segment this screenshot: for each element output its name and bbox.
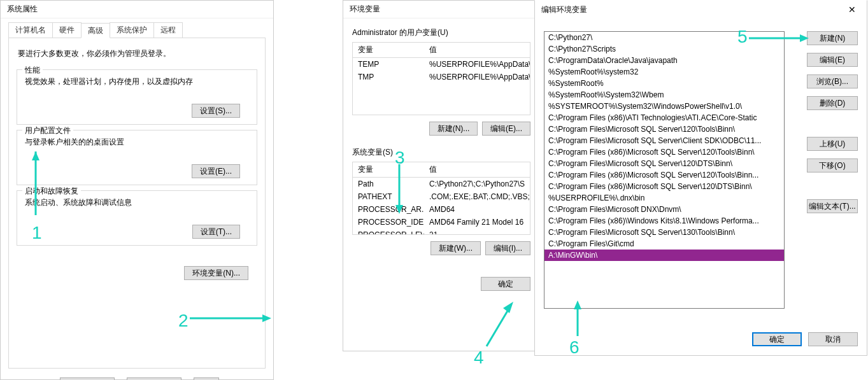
env-dialog: 环境变量 Administrator 的用户变量(U) 变量 值 TEMP%US… [343, 0, 540, 351]
perf-text: 视觉效果，处理器计划，内存使用，以及虚拟内存 [25, 76, 249, 87]
list-item[interactable]: C:\Program Files\Microsoft SQL Server\Cl… [544, 135, 784, 146]
sys-var-list[interactable]: PathC:\Python27\;C:\Python27\SPATHEXT.CO… [352, 178, 530, 235]
list-item[interactable]: %USERPROFILE%\.dnx\bin [544, 192, 784, 204]
perf-settings-button[interactable]: 设置(S)... [192, 104, 240, 118]
list-item[interactable]: C:\ProgramData\Oracle\Java\javapath [544, 55, 784, 66]
sys-var-header: 变量 值 [352, 162, 530, 178]
table-row[interactable]: PATHEXT.COM;.EXE;.BAT;.CMD;.VBS;. [353, 190, 530, 203]
tab-0[interactable]: 计算机名 [8, 22, 53, 38]
props-tabs: 计算机名硬件高级系统保护远程 [8, 22, 266, 38]
close-icon[interactable]: ✕ [837, 1, 867, 18]
edit-ok-button[interactable]: 确定 [752, 332, 802, 346]
edit-cancel-button[interactable]: 取消 [808, 332, 858, 346]
table-row[interactable]: TEMP%USERPROFILE%\AppData\ [353, 58, 530, 71]
col-val[interactable]: 值 [424, 43, 530, 57]
props-tabbody: 要进行大多数更改，你必须作为管理员登录。 性能 视觉效果，处理器计划，内存使用，… [8, 38, 266, 369]
edit-titlebar: 编辑环境变量 [535, 1, 867, 18]
system-properties-dialog: 系统属性 计算机名硬件高级系统保护远程 要进行大多数更改，你必须作为管理员登录。… [0, 0, 274, 380]
move-down-button[interactable]: 下移(O) [807, 158, 858, 172]
list-item[interactable]: C:\Program Files (x86)\Microsoft SQL Ser… [544, 181, 784, 192]
env-title: 环境变量 [347, 4, 536, 15]
table-row[interactable]: PathC:\Python27\;C:\Python27\S [353, 178, 530, 190]
move-up-button[interactable]: 上移(U) [807, 137, 858, 151]
boot-legend: 启动和故障恢复 [22, 186, 81, 197]
table-row[interactable]: PROCESSOR_LEV21 [353, 229, 530, 235]
col-var2[interactable]: 变量 [353, 162, 424, 177]
new-button[interactable]: 新建(N) [807, 31, 858, 45]
list-item[interactable]: C:\Program Files (x86)\ATI Technologies\… [544, 112, 784, 123]
tab-2[interactable]: 高级 [81, 23, 110, 38]
userprofile-group: 用户配置文件 与登录帐户相关的的桌面设置 设置(E)... [17, 130, 257, 185]
delete-button[interactable]: 删除(D) [807, 96, 858, 110]
perf-legend: 性能 [22, 65, 43, 76]
tab-4[interactable]: 远程 [153, 22, 183, 38]
props-note: 要进行大多数更改，你必须作为管理员登录。 [9, 43, 265, 64]
env-user-label: Administrator 的用户变量(U) [343, 18, 539, 42]
props-ok-button[interactable]: 确定 [60, 377, 115, 380]
list-item[interactable]: C:\Program Files\Git\cmd [544, 238, 784, 250]
startup-group: 启动和故障恢复 系统启动、系统故障和调试信息 设置(T)... [17, 190, 257, 246]
browse-button[interactable]: 浏览(B)... [807, 74, 858, 88]
table-row[interactable]: PROCESSOR_IDE...AMD64 Family 21 Model 16 [353, 216, 530, 229]
perf-group: 性能 视觉效果，处理器计划，内存使用，以及虚拟内存 设置(S)... [17, 69, 257, 125]
boot-settings-button[interactable]: 设置(T)... [192, 225, 240, 239]
env-sys-label: 系统变量(S) [343, 136, 539, 162]
edit-side-buttons: 新建(N) 编辑(E) 浏览(B)... 删除(D) 上移(U) 下移(O) 编… [807, 31, 858, 213]
list-item[interactable]: %SYSTEMROOT%\System32\WindowsPowerShell\… [544, 101, 784, 112]
props-title: 系统属性 [4, 4, 269, 15]
table-row[interactable]: PROCESSOR_AR...AMD64 [353, 203, 530, 216]
list-item[interactable]: C:\Program Files\Microsoft SQL Server\12… [544, 158, 784, 169]
props-apply-button[interactable]: 应 [194, 377, 219, 380]
boot-text: 系统启动、系统故障和调试信息 [25, 197, 249, 208]
list-item[interactable]: C:\Python27\ [544, 32, 784, 43]
list-item[interactable]: %SystemRoot%\system32 [544, 66, 784, 78]
edit-button[interactable]: 编辑(E) [807, 53, 858, 67]
user-edit-button[interactable]: 编辑(E)... [482, 122, 530, 136]
list-item[interactable]: C:\Program Files (x86)\Microsoft SQL Ser… [544, 146, 784, 158]
props-cancel-button[interactable]: 取消 [127, 377, 181, 380]
path-list[interactable]: C:\Python27\C:\Python27\ScriptsC:\Progra… [544, 31, 785, 309]
env-ok-button[interactable]: 确定 [481, 277, 530, 291]
env-titlebar: 环境变量 [343, 1, 539, 18]
sys-edit-button[interactable]: 编辑(I)... [485, 241, 530, 255]
table-row[interactable]: TMP%USERPROFILE%\AppData\ [353, 71, 530, 83]
list-item[interactable]: C:\Program Files\Microsoft SQL Server\12… [544, 123, 784, 135]
col-var[interactable]: 变量 [353, 43, 424, 57]
list-item[interactable]: C:\Program Files\Microsoft SQL Server\13… [544, 227, 784, 238]
user-var-header: 变量 值 [352, 42, 530, 58]
col-val2[interactable]: 值 [424, 162, 530, 177]
tab-1[interactable]: 硬件 [52, 22, 82, 38]
sys-new-button[interactable]: 新建(W)... [430, 241, 481, 255]
user-var-list[interactable]: TEMP%USERPROFILE%\AppData\TMP%USERPROFIL… [352, 58, 530, 115]
list-item[interactable]: %SystemRoot% [544, 78, 784, 89]
user-text: 与登录帐户相关的的桌面设置 [25, 137, 249, 148]
props-titlebar: 系统属性 [1, 1, 273, 18]
list-item[interactable]: C:\Program Files (x86)\Windows Kits\8.1\… [544, 215, 784, 227]
env-vars-button[interactable]: 环境变量(N)... [184, 266, 248, 280]
user-new-button[interactable]: 新建(N)... [429, 122, 478, 136]
list-item[interactable]: %SystemRoot%\System32\Wbem [544, 89, 784, 101]
user-settings-button[interactable]: 设置(E)... [192, 164, 240, 178]
edit-title: 编辑环境变量 [539, 4, 863, 15]
user-legend: 用户配置文件 [22, 125, 73, 136]
list-item[interactable]: A:\MinGW\bin\ [544, 250, 784, 261]
list-item[interactable]: C:\Program Files\Microsoft DNX\Dnvm\ [544, 204, 784, 215]
list-item[interactable]: C:\Python27\Scripts [544, 43, 784, 55]
edit-text-button[interactable]: 编辑文本(T)... [807, 199, 858, 213]
list-item[interactable]: C:\Program Files (x86)\Microsoft SQL Ser… [544, 169, 784, 181]
edit-env-dialog: 编辑环境变量 ✕ C:\Python27\C:\Python27\Scripts… [534, 0, 867, 356]
tab-3[interactable]: 系统保护 [110, 22, 154, 38]
